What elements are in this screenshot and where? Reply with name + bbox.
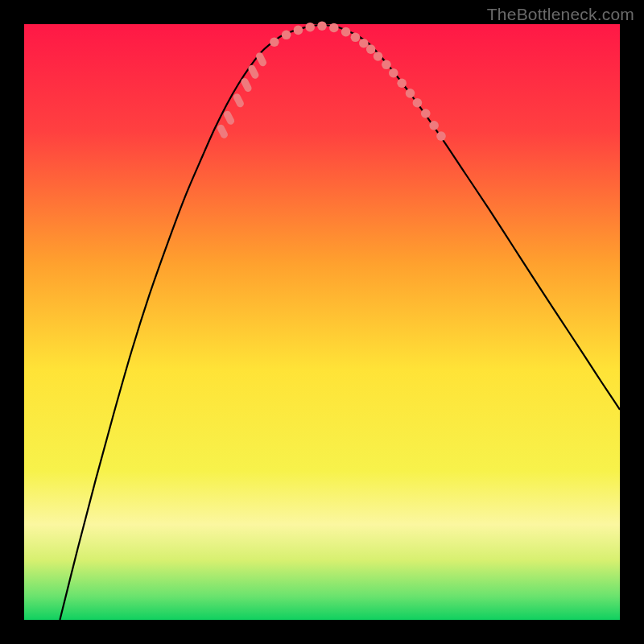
svg-point-17 [382, 60, 391, 70]
svg-point-8 [294, 26, 303, 35]
svg-point-23 [429, 121, 439, 130]
svg-point-24 [436, 131, 446, 141]
svg-point-9 [305, 23, 315, 32]
svg-point-18 [389, 68, 398, 78]
svg-point-22 [421, 109, 431, 118]
svg-point-19 [397, 78, 407, 88]
bottleneck-chart [0, 0, 644, 644]
svg-point-21 [413, 98, 423, 108]
svg-point-15 [366, 44, 376, 54]
svg-point-20 [406, 89, 415, 98]
svg-point-10 [317, 21, 327, 31]
svg-point-6 [270, 37, 279, 47]
svg-point-12 [341, 27, 351, 37]
plot-background [24, 24, 620, 620]
svg-point-11 [329, 23, 339, 33]
svg-point-14 [359, 39, 369, 48]
watermark-text: TheBottleneck.com [487, 5, 634, 24]
svg-point-7 [282, 31, 291, 40]
chart-container: { "watermark": "TheBottleneck.com", "cha… [0, 0, 644, 644]
svg-point-16 [374, 52, 383, 61]
svg-point-13 [351, 32, 361, 42]
